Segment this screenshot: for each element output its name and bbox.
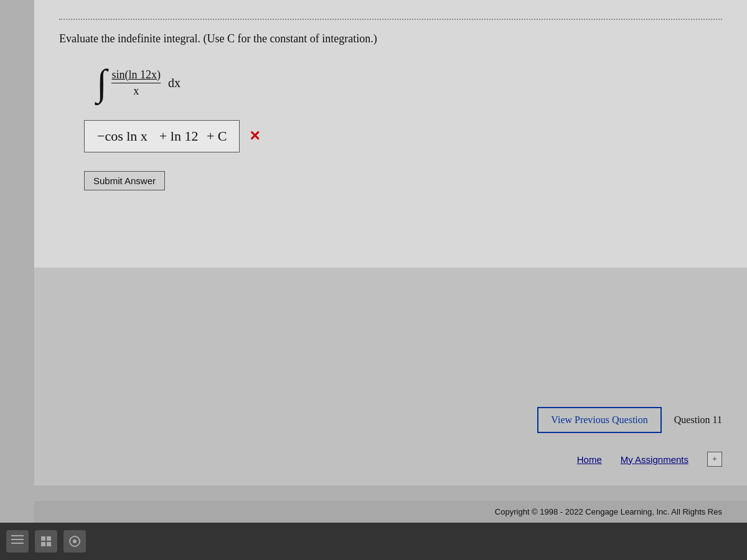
taskbar [0, 523, 747, 560]
fraction-numerator: sin(ln 12x) [111, 68, 161, 83]
taskbar-icon-2[interactable] [35, 530, 57, 553]
svg-rect-1 [11, 539, 24, 540]
answer-box[interactable]: −cos ln x + ln 12 + C [84, 120, 240, 152]
bottom-section: View Previous Question Question 11 Home … [34, 268, 747, 485]
svg-rect-0 [11, 535, 24, 536]
answer-part-1: −cos ln x [97, 128, 148, 144]
fraction: sin(ln 12x) x [111, 68, 161, 98]
home-link[interactable]: Home [577, 454, 602, 465]
plus-icon-button[interactable]: + [707, 452, 722, 467]
fraction-denominator: x [133, 83, 139, 98]
svg-rect-4 [47, 536, 51, 541]
svg-rect-3 [41, 536, 45, 541]
svg-rect-5 [41, 542, 45, 546]
integral-display: ∫ sin(ln 12x) x dx [96, 64, 722, 101]
left-sidebar [0, 0, 34, 523]
view-previous-question-button[interactable]: View Previous Question [537, 407, 661, 433]
question-text: Evaluate the indefinite integral. (Use C… [59, 19, 722, 45]
error-symbol: ✕ [249, 128, 260, 144]
svg-rect-6 [47, 542, 51, 546]
copyright-text: Copyright © 1998 - 2022 Cengage Learning… [495, 507, 722, 516]
copyright-bar: Copyright © 1998 - 2022 Cengage Learning… [34, 501, 747, 523]
dx-text: dx [168, 76, 181, 90]
integral-sign: ∫ [96, 64, 106, 101]
footer-links: Home My Assignments + [59, 452, 722, 467]
answer-box-container: −cos ln x + ln 12 + C ✕ [84, 120, 722, 152]
answer-part-2: + ln 12 [153, 128, 199, 144]
my-assignments-link[interactable]: My Assignments [621, 454, 688, 465]
answer-part-3: + C [203, 128, 227, 144]
svg-rect-2 [11, 543, 24, 544]
taskbar-icon-3[interactable] [63, 530, 86, 553]
submit-answer-button[interactable]: Submit Answer [84, 171, 165, 190]
svg-point-8 [73, 539, 77, 543]
question-number: Question 11 [674, 414, 722, 426]
nav-row: View Previous Question Question 11 [59, 407, 722, 433]
taskbar-icon-1[interactable] [6, 530, 29, 553]
